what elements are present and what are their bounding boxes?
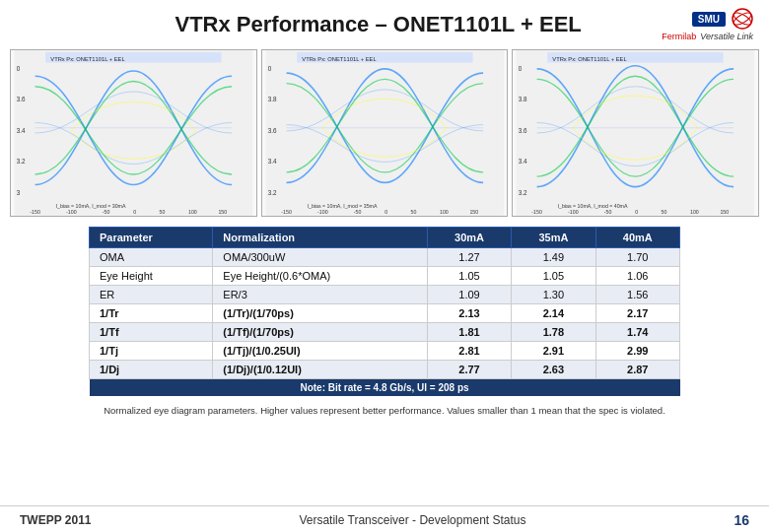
- eye-diagram-3: 0 3.8 3.6 3.4 3.2 -150 -100 -50 0 50 100…: [512, 49, 759, 217]
- col-header-parameter: Parameter: [90, 228, 213, 248]
- svg-text:3.4: 3.4: [519, 159, 527, 166]
- eye-diagram-1: 0 3.6 3.4 3.2 3 -150 -100 -50 0 50 100 1…: [10, 49, 257, 217]
- table-cell-1-1: Eye Height/(0.6*OMA): [213, 267, 427, 286]
- table-cell-2-2: 1.09: [427, 286, 511, 304]
- svg-text:0: 0: [133, 209, 136, 215]
- table-cell-0-1: OMA/300uW: [213, 248, 427, 267]
- table-row: 1/Tf(1/Tf)/(1/70ps)1.811.781.74: [90, 323, 680, 342]
- svg-text:3.8: 3.8: [267, 97, 276, 103]
- fermilab-logo-icon: [732, 8, 753, 30]
- fermilab-label: Fermilab: [662, 32, 696, 41]
- table-cell-1-3: 1.05: [512, 267, 595, 286]
- table-cell-1-0: Eye Height: [90, 267, 213, 286]
- table-cell-6-4: 2.87: [595, 361, 679, 379]
- col-header-40ma: 40mA: [595, 228, 679, 248]
- footer-conference: TWEPP 2011: [20, 513, 91, 527]
- data-table-wrapper: Parameter Normalization 30mA 35mA 40mA O…: [0, 221, 769, 400]
- table-row: Eye HeightEye Height/(0.6*OMA)1.051.051.…: [90, 267, 680, 286]
- svg-text:-50: -50: [604, 209, 612, 215]
- table-cell-5-2: 2.81: [427, 342, 511, 361]
- table-row: 1/Tj(1/Tj)/(1/0.25UI)2.812.912.99: [90, 342, 680, 361]
- table-row: 1/Dj(1/Dj)/(1/0.12UI)2.772.632.87: [90, 361, 680, 379]
- versatile-link-label: Versatile Link: [700, 32, 753, 41]
- svg-text:-150: -150: [281, 209, 292, 215]
- svg-text:3.6: 3.6: [267, 127, 276, 134]
- eye-diagrams-section: 0 3.6 3.4 3.2 3 -150 -100 -50 0 50 100 1…: [0, 45, 769, 221]
- col-header-normalization: Normalization: [213, 228, 427, 248]
- svg-text:VTRx Px: ONET1101L + EEL: VTRx Px: ONET1101L + EEL: [553, 56, 628, 62]
- table-cell-3-1: (1/Tr)/(1/70ps): [213, 304, 427, 323]
- col-header-30ma: 30mA: [427, 228, 511, 248]
- svg-text:-100: -100: [317, 209, 328, 215]
- col-header-35ma: 35mA: [512, 228, 595, 248]
- svg-text:50: 50: [410, 209, 416, 215]
- svg-text:-100: -100: [66, 209, 77, 215]
- table-cell-0-2: 1.27: [427, 248, 511, 267]
- table-row: 1/Tr(1/Tr)/(1/70ps)2.132.142.17: [90, 304, 680, 323]
- logos-section: SMU Fermilab Versatile Link: [662, 8, 753, 41]
- svg-text:50: 50: [160, 209, 166, 215]
- svg-text:0: 0: [636, 209, 639, 215]
- svg-text:-150: -150: [532, 209, 543, 215]
- svg-text:3.2: 3.2: [519, 189, 527, 196]
- svg-text:3.2: 3.2: [17, 159, 26, 166]
- svg-text:-100: -100: [568, 209, 579, 215]
- table-cell-3-3: 2.14: [512, 304, 595, 323]
- table-cell-1-2: 1.05: [427, 267, 511, 286]
- svg-text:0: 0: [384, 209, 387, 215]
- svg-text:I_bias = 10mA, I_mod = 40mA: I_bias = 10mA, I_mod = 40mA: [558, 203, 628, 209]
- table-cell-4-3: 1.78: [512, 323, 595, 342]
- table-cell-3-2: 2.13: [427, 304, 511, 323]
- table-cell-5-4: 2.99: [595, 342, 679, 361]
- table-cell-6-0: 1/Dj: [90, 361, 213, 379]
- table-cell-2-3: 1.30: [512, 286, 595, 304]
- svg-text:-50: -50: [103, 209, 110, 215]
- note-text: Normalized eye diagram parameters. Highe…: [0, 400, 769, 421]
- svg-text:I_bias = 10mA, I_mod = 35mA: I_bias = 10mA, I_mod = 35mA: [307, 203, 377, 209]
- svg-rect-3: [15, 50, 253, 216]
- table-cell-4-2: 1.81: [427, 323, 511, 342]
- table-cell-6-2: 2.77: [427, 361, 511, 379]
- svg-text:150: 150: [721, 209, 730, 215]
- table-row: OMAOMA/300uW1.271.491.70: [90, 248, 680, 267]
- svg-text:VTRx Px: ONET1101L + EEL: VTRx Px: ONET1101L + EEL: [50, 56, 125, 62]
- table-row: ERER/31.091.301.56: [90, 286, 680, 304]
- table-cell-0-3: 1.49: [512, 248, 595, 267]
- svg-text:0: 0: [17, 65, 21, 72]
- svg-text:100: 100: [440, 209, 449, 215]
- svg-text:150: 150: [469, 209, 478, 215]
- svg-rect-20: [265, 50, 504, 216]
- svg-text:0: 0: [519, 65, 523, 72]
- svg-text:3.4: 3.4: [267, 159, 276, 166]
- footer-title: Versatile Transceiver - Development Stat…: [299, 513, 525, 527]
- svg-text:3.6: 3.6: [17, 97, 26, 103]
- svg-text:3.8: 3.8: [519, 97, 527, 103]
- svg-text:3.4: 3.4: [17, 127, 26, 134]
- table-cell-4-4: 1.74: [595, 323, 679, 342]
- table-cell-5-1: (1/Tj)/(1/0.25UI): [213, 342, 427, 361]
- performance-table: Parameter Normalization 30mA 35mA 40mA O…: [89, 227, 680, 396]
- svg-text:3.2: 3.2: [267, 189, 276, 196]
- svg-text:I_bias = 10mA, I_mod = 30mA: I_bias = 10mA, I_mod = 30mA: [56, 203, 126, 209]
- svg-text:3.6: 3.6: [519, 127, 527, 134]
- svg-text:100: 100: [188, 209, 197, 215]
- table-footer-note: Note: Bit rate = 4.8 Gb/s, UI = 208 ps: [90, 379, 680, 397]
- smu-logo: SMU: [692, 12, 726, 27]
- table-cell-2-1: ER/3: [213, 286, 427, 304]
- page-header: VTRx Performance – ONET1101L + EEL SMU F…: [0, 0, 769, 45]
- svg-text:100: 100: [690, 209, 699, 215]
- table-cell-4-0: 1/Tf: [90, 323, 213, 342]
- table-cell-3-4: 2.17: [595, 304, 679, 323]
- table-cell-4-1: (1/Tf)/(1/70ps): [213, 323, 427, 342]
- table-cell-3-0: 1/Tr: [90, 304, 213, 323]
- svg-text:50: 50: [662, 209, 667, 215]
- table-cell-2-4: 1.56: [595, 286, 679, 304]
- table-cell-2-0: ER: [90, 286, 213, 304]
- table-cell-5-0: 1/Tj: [90, 342, 213, 361]
- svg-text:VTRx Px: ONET1101L + EEL: VTRx Px: ONET1101L + EEL: [302, 56, 377, 62]
- table-cell-6-1: (1/Dj)/(1/0.12UI): [213, 361, 427, 379]
- page-footer: TWEPP 2011 Versatile Transceiver - Devel…: [0, 505, 769, 532]
- page-title: VTRx Performance – ONET1101L + EEL: [95, 12, 662, 37]
- table-cell-0-4: 1.70: [595, 248, 679, 267]
- svg-text:3: 3: [17, 189, 21, 196]
